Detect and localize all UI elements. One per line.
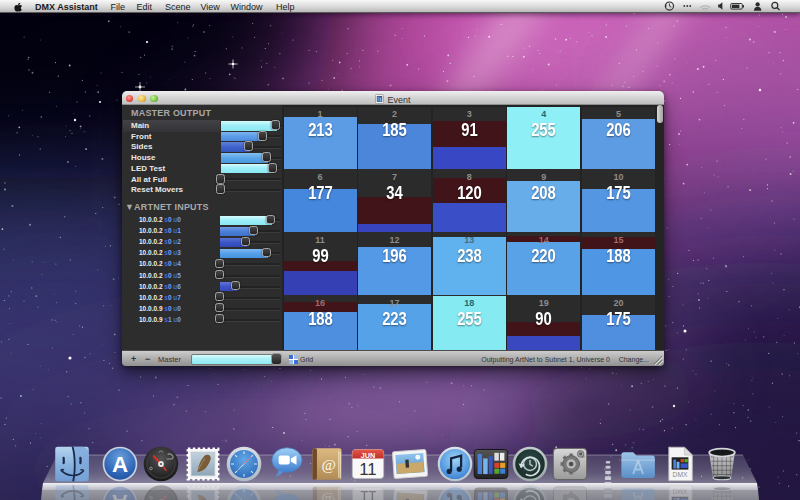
svg-text:A: A (112, 452, 128, 477)
svg-text:@: @ (321, 456, 335, 473)
svg-text:@: @ (322, 493, 336, 500)
svg-text:DMX: DMX (673, 471, 688, 478)
svg-text:JUN: JUN (361, 451, 376, 460)
svg-text:11: 11 (359, 460, 376, 479)
svg-text:11: 11 (359, 488, 376, 500)
svg-text:A: A (112, 490, 128, 500)
svg-text:DMX: DMX (673, 488, 688, 495)
